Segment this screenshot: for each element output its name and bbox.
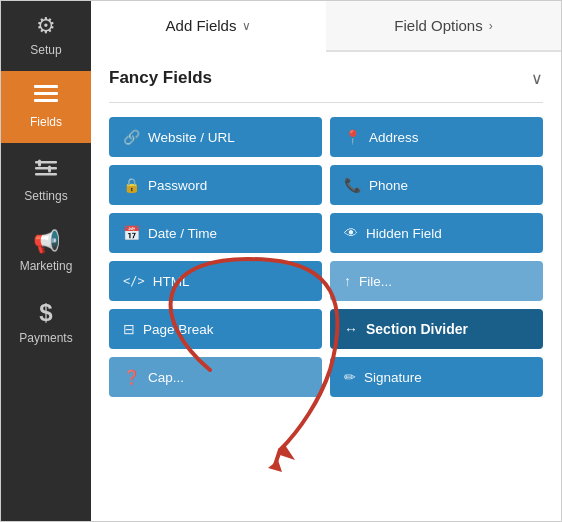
field-label-address: Address <box>369 130 419 145</box>
top-tabs: Add Fields ∨ Field Options › <box>91 1 561 52</box>
field-label-captcha: Cap... <box>148 370 184 385</box>
field-label-phone: Phone <box>369 178 408 193</box>
field-btn-password[interactable]: 🔒 Password <box>109 165 322 205</box>
captcha-icon: ❓ <box>123 369 140 385</box>
section-chevron[interactable]: ∨ <box>531 69 543 88</box>
add-fields-chevron: ∨ <box>242 19 251 33</box>
sidebar-label-setup: Setup <box>30 43 61 57</box>
tab-add-fields[interactable]: Add Fields ∨ <box>91 1 326 52</box>
sectiondivider-icon: ↔ <box>344 321 358 337</box>
sidebar-label-marketing: Marketing <box>20 259 73 273</box>
svg-rect-3 <box>52 86 58 87</box>
section-divider-line <box>109 102 543 103</box>
payments-icon: $ <box>39 301 52 325</box>
fields-icon <box>34 85 58 109</box>
sidebar-item-fields[interactable]: Fields <box>1 71 91 143</box>
sidebar-item-marketing[interactable]: 📢 Marketing <box>1 217 91 287</box>
sidebar-label-fields: Fields <box>30 115 62 129</box>
phone-icon: 📞 <box>344 177 361 193</box>
field-label-datetime: Date / Time <box>148 226 217 241</box>
field-btn-website-url[interactable]: 🔗 Website / URL <box>109 117 322 157</box>
svg-rect-1 <box>34 92 58 95</box>
settings-icon <box>35 157 57 183</box>
fields-content: Fancy Fields ∨ 🔗 Website / URL 📍 Address… <box>91 52 561 521</box>
field-btn-phone[interactable]: 📞 Phone <box>330 165 543 205</box>
website-icon: 🔗 <box>123 129 140 145</box>
section-title: Fancy Fields <box>109 68 212 88</box>
sidebar-label-payments: Payments <box>19 331 72 345</box>
field-label-sectiondivider: Section Divider <box>366 321 468 337</box>
field-label-pagebreak: Page Break <box>143 322 214 337</box>
pagebreak-icon: ⊟ <box>123 321 135 337</box>
svg-rect-5 <box>35 167 57 170</box>
gear-icon: ⚙ <box>36 15 56 37</box>
field-btn-signature[interactable]: ✏ Signature <box>330 357 543 397</box>
add-fields-label: Add Fields <box>166 17 237 34</box>
field-btn-hidden-field[interactable]: 👁 Hidden Field <box>330 213 543 253</box>
svg-rect-7 <box>38 160 41 167</box>
svg-rect-8 <box>48 166 51 173</box>
sidebar-item-setup[interactable]: ⚙ Setup <box>1 1 91 71</box>
field-btn-captcha[interactable]: ❓ Cap... <box>109 357 322 397</box>
field-options-label: Field Options <box>394 17 482 34</box>
sidebar-item-payments[interactable]: $ Payments <box>1 287 91 359</box>
address-icon: 📍 <box>344 129 361 145</box>
main-content: Add Fields ∨ Field Options › Fancy Field… <box>91 1 561 521</box>
field-btn-page-break[interactable]: ⊟ Page Break <box>109 309 322 349</box>
field-label-file: File... <box>359 274 392 289</box>
marketing-icon: 📢 <box>33 231 60 253</box>
fields-grid: 🔗 Website / URL 📍 Address 🔒 Password 📞 P… <box>109 117 543 397</box>
datetime-icon: 📅 <box>123 225 140 241</box>
section-header: Fancy Fields ∨ <box>109 68 543 88</box>
field-options-chevron: › <box>489 19 493 33</box>
field-btn-file[interactable]: ↑ File... <box>330 261 543 301</box>
sidebar: ⚙ Setup Fields Settings 📢 Market <box>1 1 91 521</box>
field-btn-html[interactable]: </> HTML <box>109 261 322 301</box>
field-label-website: Website / URL <box>148 130 235 145</box>
sidebar-item-settings[interactable]: Settings <box>1 143 91 217</box>
file-icon: ↑ <box>344 273 351 289</box>
signature-icon: ✏ <box>344 369 356 385</box>
hidden-icon: 👁 <box>344 225 358 241</box>
svg-rect-6 <box>35 173 57 176</box>
field-label-signature: Signature <box>364 370 422 385</box>
sidebar-label-settings: Settings <box>24 189 67 203</box>
tab-field-options[interactable]: Field Options › <box>326 1 561 50</box>
svg-rect-2 <box>34 99 58 102</box>
field-label-hidden: Hidden Field <box>366 226 442 241</box>
field-btn-date-time[interactable]: 📅 Date / Time <box>109 213 322 253</box>
password-icon: 🔒 <box>123 177 140 193</box>
field-btn-section-divider[interactable]: ↔ Section Divider <box>330 309 543 349</box>
field-label-password: Password <box>148 178 207 193</box>
html-icon: </> <box>123 274 145 288</box>
field-label-html: HTML <box>153 274 190 289</box>
field-btn-address[interactable]: 📍 Address <box>330 117 543 157</box>
